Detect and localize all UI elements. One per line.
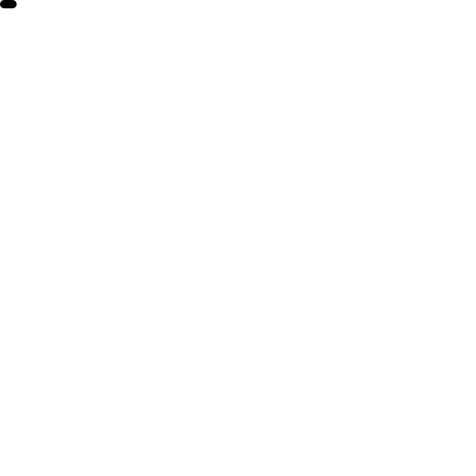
optimum-marker xyxy=(0,0,17,8)
bottleneck-chart xyxy=(0,0,476,476)
